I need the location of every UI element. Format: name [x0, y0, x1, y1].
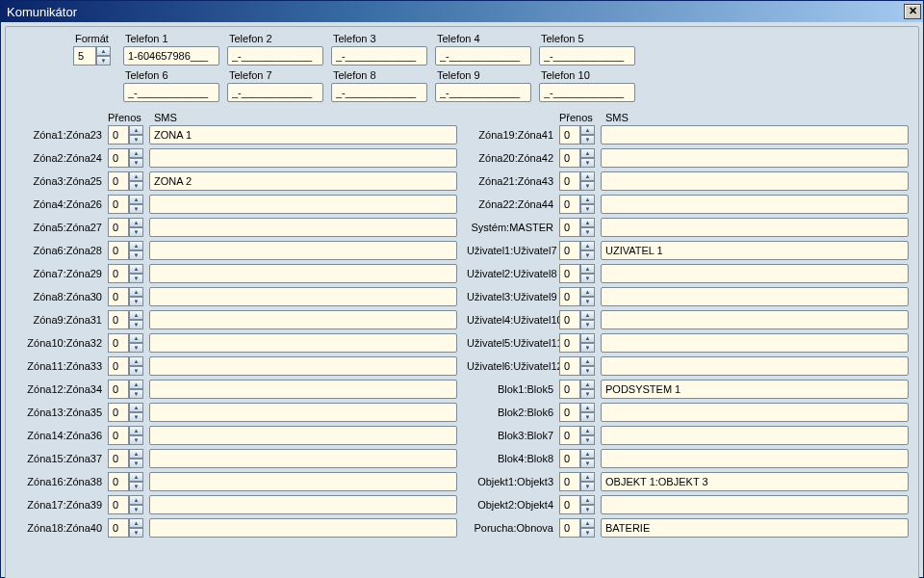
right-prenos-2-down[interactable]: ▼ — [580, 181, 595, 191]
sms-input[interactable] — [601, 195, 909, 214]
left-prenos-9-stepper[interactable]: ▲ ▼ — [108, 333, 143, 353]
right-prenos-2-value[interactable] — [559, 171, 580, 191]
left-prenos-15-up[interactable]: ▲ — [129, 472, 143, 482]
format-up[interactable]: ▲ — [96, 46, 111, 56]
telefon-input-9[interactable] — [435, 83, 531, 102]
left-prenos-3-up[interactable]: ▲ — [129, 195, 143, 204]
right-prenos-13-down[interactable]: ▼ — [580, 435, 595, 445]
left-prenos-11-down[interactable]: ▼ — [129, 389, 143, 399]
right-prenos-16-down[interactable]: ▼ — [580, 505, 595, 514]
left-prenos-13-up[interactable]: ▲ — [129, 426, 143, 435]
right-prenos-8-value[interactable] — [559, 310, 580, 329]
right-prenos-14-value[interactable] — [559, 449, 580, 468]
right-prenos-10-stepper[interactable]: ▲ ▼ — [559, 356, 595, 376]
left-prenos-2-up[interactable]: ▲ — [129, 171, 143, 181]
right-prenos-14-stepper[interactable]: ▲ ▼ — [559, 449, 595, 468]
right-prenos-5-up[interactable]: ▲ — [580, 241, 595, 250]
left-prenos-5-stepper[interactable]: ▲ ▼ — [108, 241, 143, 260]
sms-input[interactable] — [149, 472, 457, 491]
right-prenos-8-stepper[interactable]: ▲ ▼ — [559, 310, 595, 329]
right-prenos-12-down[interactable]: ▼ — [580, 412, 595, 422]
left-prenos-9-value[interactable] — [108, 333, 129, 353]
left-prenos-17-down[interactable]: ▼ — [129, 528, 143, 538]
format-down[interactable]: ▼ — [96, 56, 111, 66]
left-prenos-7-up[interactable]: ▲ — [129, 287, 143, 297]
left-prenos-9-down[interactable]: ▼ — [129, 343, 143, 353]
left-prenos-7-down[interactable]: ▼ — [129, 297, 143, 306]
telefon-input-6[interactable] — [123, 83, 219, 102]
left-prenos-1-stepper[interactable]: ▲ ▼ — [108, 148, 143, 168]
right-prenos-3-stepper[interactable]: ▲ ▼ — [559, 195, 595, 214]
left-prenos-14-stepper[interactable]: ▲ ▼ — [108, 449, 143, 468]
right-prenos-17-value[interactable] — [559, 518, 580, 538]
left-prenos-15-value[interactable] — [108, 472, 129, 491]
left-prenos-16-stepper[interactable]: ▲ ▼ — [108, 495, 143, 514]
left-prenos-16-up[interactable]: ▲ — [129, 495, 143, 505]
left-prenos-15-down[interactable]: ▼ — [129, 482, 143, 491]
sms-input[interactable] — [149, 380, 457, 399]
left-prenos-16-down[interactable]: ▼ — [129, 505, 143, 514]
left-prenos-12-stepper[interactable]: ▲ ▼ — [108, 403, 143, 422]
sms-input[interactable] — [601, 495, 909, 514]
right-prenos-17-down[interactable]: ▼ — [580, 528, 595, 538]
sms-input[interactable] — [601, 356, 909, 376]
right-prenos-3-up[interactable]: ▲ — [580, 195, 595, 204]
left-prenos-8-value[interactable] — [108, 310, 129, 329]
left-prenos-1-down[interactable]: ▼ — [129, 158, 143, 168]
left-prenos-5-value[interactable] — [108, 241, 129, 260]
sms-input[interactable] — [601, 472, 909, 491]
sms-input[interactable] — [149, 241, 457, 260]
telefon-input-1[interactable] — [123, 46, 219, 66]
left-prenos-17-stepper[interactable]: ▲ ▼ — [108, 518, 143, 538]
right-prenos-15-up[interactable]: ▲ — [580, 472, 595, 482]
telefon-input-5[interactable] — [539, 46, 635, 66]
right-prenos-8-up[interactable]: ▲ — [580, 310, 595, 320]
left-prenos-10-up[interactable]: ▲ — [129, 356, 143, 366]
sms-input[interactable] — [149, 148, 457, 168]
right-prenos-9-down[interactable]: ▼ — [580, 343, 595, 353]
right-prenos-9-up[interactable]: ▲ — [580, 333, 595, 343]
left-prenos-7-stepper[interactable]: ▲ ▼ — [108, 287, 143, 306]
telefon-input-7[interactable] — [227, 83, 323, 102]
sms-input[interactable] — [149, 218, 457, 237]
telefon-input-3[interactable] — [331, 46, 427, 66]
left-prenos-8-down[interactable]: ▼ — [129, 320, 143, 329]
left-prenos-8-up[interactable]: ▲ — [129, 310, 143, 320]
left-prenos-6-up[interactable]: ▲ — [129, 264, 143, 274]
right-prenos-11-stepper[interactable]: ▲ ▼ — [559, 380, 595, 399]
right-prenos-1-down[interactable]: ▼ — [580, 158, 595, 168]
left-prenos-4-up[interactable]: ▲ — [129, 218, 143, 227]
left-prenos-13-stepper[interactable]: ▲ ▼ — [108, 426, 143, 445]
right-prenos-0-down[interactable]: ▼ — [580, 135, 595, 144]
left-prenos-15-stepper[interactable]: ▲ ▼ — [108, 472, 143, 491]
right-prenos-2-up[interactable]: ▲ — [580, 171, 595, 181]
right-prenos-4-up[interactable]: ▲ — [580, 218, 595, 227]
sms-input[interactable] — [149, 195, 457, 214]
left-prenos-6-value[interactable] — [108, 264, 129, 283]
right-prenos-0-value[interactable] — [559, 125, 580, 144]
sms-input[interactable] — [149, 449, 457, 468]
left-prenos-4-down[interactable]: ▼ — [129, 227, 143, 237]
right-prenos-7-value[interactable] — [559, 287, 580, 306]
left-prenos-3-stepper[interactable]: ▲ ▼ — [108, 195, 143, 214]
left-prenos-1-value[interactable] — [108, 148, 129, 168]
right-prenos-9-stepper[interactable]: ▲ ▼ — [559, 333, 595, 353]
right-prenos-16-up[interactable]: ▲ — [580, 495, 595, 505]
right-prenos-13-stepper[interactable]: ▲ ▼ — [559, 426, 595, 445]
left-prenos-13-down[interactable]: ▼ — [129, 435, 143, 445]
sms-input[interactable] — [601, 449, 909, 468]
left-prenos-14-value[interactable] — [108, 449, 129, 468]
left-prenos-0-up[interactable]: ▲ — [129, 125, 143, 135]
right-prenos-5-value[interactable] — [559, 241, 580, 260]
right-prenos-10-value[interactable] — [559, 356, 580, 376]
right-prenos-7-up[interactable]: ▲ — [580, 287, 595, 297]
format-value[interactable] — [73, 46, 96, 66]
left-prenos-16-value[interactable] — [108, 495, 129, 514]
left-prenos-14-down[interactable]: ▼ — [129, 459, 143, 468]
right-prenos-15-value[interactable] — [559, 472, 580, 491]
right-prenos-6-stepper[interactable]: ▲ ▼ — [559, 264, 595, 283]
sms-input[interactable] — [149, 356, 457, 376]
right-prenos-15-stepper[interactable]: ▲ ▼ — [559, 472, 595, 491]
left-prenos-5-down[interactable]: ▼ — [129, 250, 143, 260]
left-prenos-8-stepper[interactable]: ▲ ▼ — [108, 310, 143, 329]
